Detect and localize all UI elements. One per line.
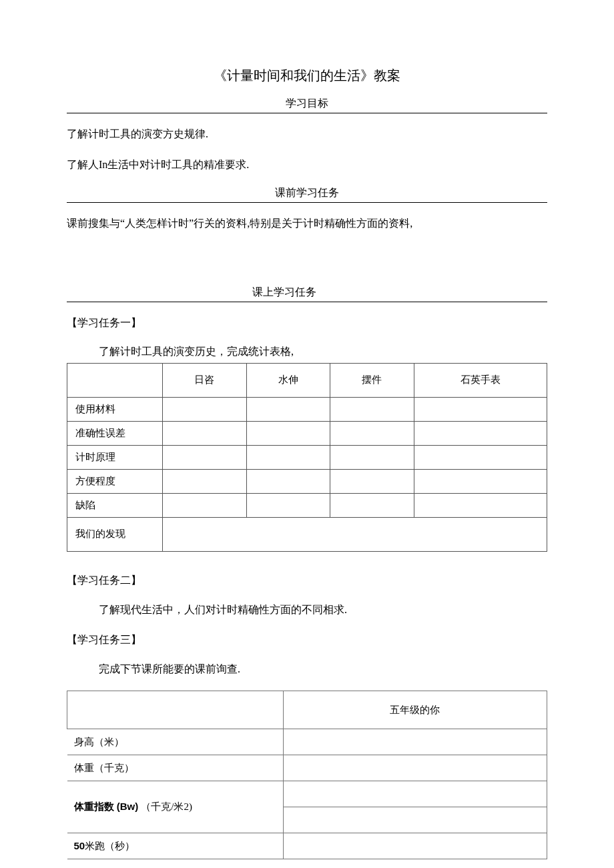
table-row: 缺陷: [67, 493, 547, 517]
document-title: 《计量时间和我们的生活》教案: [67, 67, 547, 85]
task-1-heading: 【学习任务一】: [67, 314, 547, 332]
pre-task-text: 课前搜集与“人类怎样计时”行关的资料,特别是关于计时精确性方面的资料,: [67, 215, 547, 232]
cell: [163, 469, 247, 493]
task-1-desc: 了解计时工具的演变历史，完成统计表格,: [99, 343, 547, 360]
table-row: 50米跑（秒）: [67, 833, 547, 859]
document-page: 《计量时间和我们的生活》教案 学习目标 了解计时工具的演变方史规律. 了解人In…: [0, 0, 614, 868]
table-row: 使用材料: [67, 397, 547, 421]
survey-header-row: 五年级的你: [67, 691, 547, 729]
run-bold: 50: [74, 840, 85, 851]
header-rule-right: [319, 291, 547, 302]
tools-col-2: 水伸: [246, 363, 330, 397]
tools-col-3: 摆件: [330, 363, 414, 397]
row-label: 准确性误差: [67, 421, 163, 445]
run-rest: 米跑（秒）: [85, 841, 135, 851]
cell: [163, 493, 247, 517]
cell: [414, 397, 547, 421]
survey-row-label: 体重（千克）: [67, 755, 284, 781]
cell: [330, 397, 414, 421]
survey-row-label-run: 50米跑（秒）: [67, 833, 284, 859]
cell: [246, 421, 330, 445]
task-3-heading: 【学习任务三】: [67, 631, 547, 648]
section-header-in-class: 课上学习任务: [67, 286, 547, 302]
table-row: 准确性误差: [67, 421, 547, 445]
cell: [246, 469, 330, 493]
table-row: 我们的发现: [67, 517, 547, 551]
cell: [283, 781, 547, 807]
cell: [283, 833, 547, 859]
cell: [414, 493, 547, 517]
bmi-bold: 体重指数 (Bw): [74, 801, 141, 812]
task-3-desc: 完成下节课所能要的课前询查.: [99, 661, 547, 678]
task-2-heading: 【学习任务二】: [67, 572, 547, 589]
survey-header-right: 五年级的你: [283, 691, 547, 729]
goal-line-1: 了解计时工具的演变方史规律.: [67, 125, 547, 143]
cell: [283, 755, 547, 781]
section-header-goals: 学习目标: [67, 97, 547, 113]
cell-merged: [163, 517, 547, 551]
table-row: 方便程度: [67, 469, 547, 493]
survey-row-label: 身高（米）: [67, 729, 284, 755]
tools-col-blank: [67, 363, 163, 397]
row-label: 计时原理: [67, 445, 163, 469]
cell: [330, 493, 414, 517]
cell: [414, 445, 547, 469]
cell: [163, 445, 247, 469]
goal-line-2: 了解人In生活中对计时工具的精准要求.: [67, 156, 547, 173]
tools-table-header-row: 日咨 水伸 摆件 石英手表: [67, 363, 547, 397]
table-row: 体重（千克）: [67, 755, 547, 781]
tools-col-4: 石英手表: [414, 363, 547, 397]
table-row: 体重指数 (Bw) （千克/米2): [67, 781, 547, 807]
spacer: [67, 246, 547, 286]
cell: [163, 397, 247, 421]
section-header-pre: 课前学习任务: [67, 186, 547, 203]
tools-table: 日咨 水伸 摆件 石英手表 使用材料 准确性误差 计时原理 方便程度: [67, 363, 547, 552]
task-2-desc: 了解现代生活中，人们对计时精确性方面的不同相求.: [99, 601, 547, 618]
cell: [246, 445, 330, 469]
survey-table: 五年级的你 身高（米） 体重（千克） 体重指数 (Bw) （千克/米2) 50米…: [67, 691, 547, 859]
cell: [330, 445, 414, 469]
survey-row-label-bmi: 体重指数 (Bw) （千克/米2): [67, 781, 284, 833]
cell: [283, 729, 547, 755]
survey-header-blank: [67, 691, 284, 729]
header-rule-left: [67, 291, 250, 302]
bmi-rest: （千克/米2): [141, 801, 192, 812]
cell: [246, 397, 330, 421]
cell: [414, 469, 547, 493]
table-row: 计时原理: [67, 445, 547, 469]
section-header-in-class-label: 课上学习任务: [250, 286, 319, 302]
table-row: 身高（米）: [67, 729, 547, 755]
row-label: 我们的发现: [67, 517, 163, 551]
row-label: 方便程度: [67, 469, 163, 493]
tools-col-1: 日咨: [163, 363, 247, 397]
cell: [330, 469, 414, 493]
cell: [330, 421, 414, 445]
cell: [283, 807, 547, 833]
cell: [414, 421, 547, 445]
row-label: 使用材料: [67, 397, 163, 421]
cell: [246, 493, 330, 517]
cell: [163, 421, 247, 445]
row-label: 缺陷: [67, 493, 163, 517]
